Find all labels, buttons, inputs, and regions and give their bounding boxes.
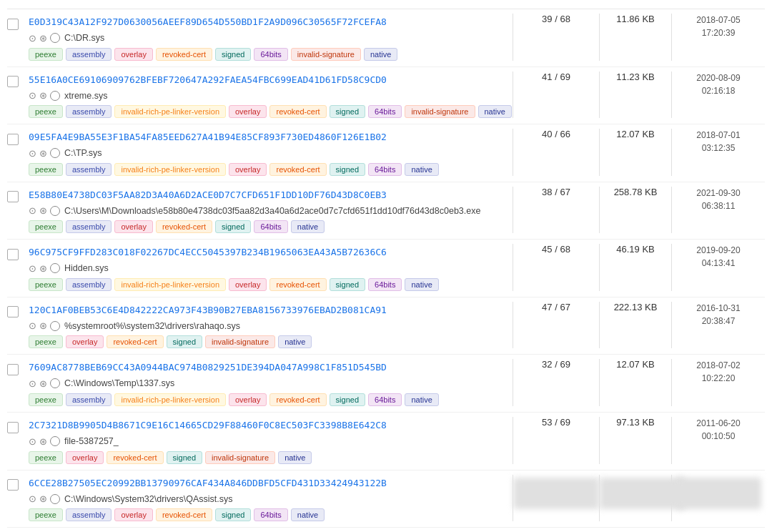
copy-icon[interactable]: ⊙ bbox=[29, 205, 36, 216]
hash-link[interactable]: 6CCE28B27505EC20992BB13790976CAF434A846D… bbox=[29, 478, 387, 488]
status-icon bbox=[50, 378, 60, 388]
tag-invalid-signature: invalid-signature bbox=[291, 48, 361, 61]
tag-assembly: assembly bbox=[66, 163, 112, 176]
blurred-size bbox=[600, 478, 686, 509]
tag-overlay: overlay bbox=[114, 220, 152, 233]
tag-overlay: overlay bbox=[114, 508, 152, 521]
size-value: 12.07 KB bbox=[600, 359, 671, 406]
row-checkbox[interactable] bbox=[7, 364, 19, 375]
tag-invalid-rich-pe-linker-version: invalid-rich-pe-linker-version bbox=[114, 105, 226, 118]
detections-value: 45 / 68 bbox=[513, 244, 599, 291]
filename: file-5387257_ bbox=[64, 436, 119, 446]
hash-link[interactable]: 96C975CF9FFD283C018F02267DC4ECC5045397B2… bbox=[29, 247, 387, 257]
table-row: 120C1AF0BEB53C6E4D842222CA973F43B90B27EB… bbox=[7, 297, 765, 355]
tag-peexe: peexe bbox=[29, 508, 63, 521]
row-checkbox[interactable] bbox=[7, 306, 19, 317]
tag-peexe: peexe bbox=[29, 163, 63, 176]
size-value: 12.07 KB bbox=[600, 129, 671, 176]
tag-peexe: peexe bbox=[29, 220, 63, 233]
first-seen-value: 2018-07-0103:12:35 bbox=[672, 129, 765, 176]
row-checkbox[interactable] bbox=[7, 19, 19, 30]
tag-overlay: overlay bbox=[229, 278, 267, 291]
link-icon[interactable]: ⊛ bbox=[39, 263, 47, 274]
tag-assembly: assembly bbox=[66, 105, 112, 118]
row-checkbox[interactable] bbox=[7, 479, 19, 491]
tag-revoked-cert: revoked-cert bbox=[156, 220, 212, 233]
table-row: E58B80E4738DC03F5AA82D3A40A6D2ACE0D7C7CF… bbox=[7, 182, 765, 240]
table-row: 09E5FA4E9BA55E3F1BA54FA85EED627A41B94E85… bbox=[7, 124, 765, 182]
size-value bbox=[600, 475, 671, 522]
tag-overlay: overlay bbox=[66, 451, 104, 464]
detections-value: 40 / 66 bbox=[513, 129, 599, 176]
row-checkbox[interactable] bbox=[7, 422, 19, 433]
tag-revoked-cert: revoked-cert bbox=[156, 48, 212, 61]
link-icon[interactable]: ⊛ bbox=[39, 493, 47, 504]
status-icon bbox=[50, 321, 60, 331]
status-icon bbox=[50, 263, 60, 273]
row-checkbox[interactable] bbox=[7, 249, 19, 260]
size-value: 46.19 KB bbox=[600, 244, 671, 291]
tag-peexe: peexe bbox=[29, 48, 63, 61]
link-icon[interactable]: ⊛ bbox=[39, 320, 47, 331]
copy-icon[interactable]: ⊙ bbox=[29, 436, 36, 447]
first-seen-value: 2018-07-0517:20:39 bbox=[672, 14, 765, 61]
tag-64bits: 64bits bbox=[254, 508, 287, 521]
size-value: 11.23 KB bbox=[600, 72, 671, 119]
tag-signed: signed bbox=[330, 278, 365, 291]
status-icon bbox=[50, 206, 60, 216]
row-checkbox[interactable] bbox=[7, 191, 19, 202]
link-icon[interactable]: ⊛ bbox=[39, 33, 47, 44]
tag-invalid-signature: invalid-signature bbox=[205, 451, 275, 464]
tag-revoked-cert: revoked-cert bbox=[107, 451, 163, 464]
filename: C:\DR.sys bbox=[64, 33, 104, 43]
detections-value: 38 / 67 bbox=[513, 187, 599, 234]
copy-icon[interactable]: ⊙ bbox=[29, 148, 36, 159]
link-icon[interactable]: ⊛ bbox=[39, 148, 47, 159]
copy-icon[interactable]: ⊙ bbox=[29, 90, 36, 101]
hash-link[interactable]: 2C7321D8B9905D4B8671C9E16C14665CD29F8846… bbox=[29, 420, 387, 430]
tag-invalid-signature: invalid-signature bbox=[405, 105, 475, 118]
tag-signed: signed bbox=[167, 451, 202, 464]
row-checkbox[interactable] bbox=[7, 134, 19, 145]
copy-icon[interactable]: ⊙ bbox=[29, 33, 36, 44]
link-icon[interactable]: ⊛ bbox=[39, 378, 47, 389]
link-icon[interactable]: ⊛ bbox=[39, 90, 47, 101]
tag-revoked-cert: revoked-cert bbox=[269, 163, 326, 176]
tag-64bits: 64bits bbox=[254, 48, 287, 61]
tag-signed: signed bbox=[330, 393, 365, 406]
status-icon bbox=[50, 494, 60, 504]
blurred-date bbox=[676, 478, 761, 509]
copy-icon[interactable]: ⊙ bbox=[29, 378, 36, 389]
tag-native: native bbox=[278, 451, 312, 464]
tag-peexe: peexe bbox=[29, 105, 63, 118]
detections-value: 47 / 67 bbox=[513, 302, 599, 349]
first-seen-value bbox=[672, 475, 765, 522]
hash-link[interactable]: E0D319C43A12F927D0630056AEEF89D654D550BD… bbox=[29, 16, 387, 27]
detections-value: 39 / 68 bbox=[513, 14, 599, 61]
size-value: 11.86 KB bbox=[600, 14, 671, 61]
first-seen-value: 2011-06-2000:10:50 bbox=[672, 417, 765, 464]
hash-link[interactable]: 120C1AF0BEB53C6E4D842222CA973F43B90B27EB… bbox=[29, 305, 387, 315]
detections-value: 32 / 69 bbox=[513, 359, 599, 406]
hash-link[interactable]: 7609AC8778BEB69CC43A0944BAC974B0829251DE… bbox=[29, 362, 387, 373]
first-seen-value: 2020-08-0902:16:18 bbox=[672, 72, 765, 119]
link-icon[interactable]: ⊛ bbox=[39, 205, 47, 216]
row-checkbox[interactable] bbox=[7, 76, 19, 87]
first-seen-value: 2021-09-3006:38:11 bbox=[672, 187, 765, 234]
copy-icon[interactable]: ⊙ bbox=[29, 263, 36, 274]
tag-signed: signed bbox=[330, 163, 365, 176]
status-icon bbox=[50, 33, 60, 43]
hash-link[interactable]: 09E5FA4E9BA55E3F1BA54FA85EED627A41B94E85… bbox=[29, 132, 387, 142]
copy-icon[interactable]: ⊙ bbox=[29, 320, 36, 331]
hash-link[interactable]: E58B80E4738DC03F5AA82D3A40A6D2ACE0D7C7CF… bbox=[29, 189, 387, 200]
link-icon[interactable]: ⊛ bbox=[39, 436, 47, 447]
detections-value: 53 / 69 bbox=[513, 417, 599, 464]
tag-native: native bbox=[291, 508, 325, 521]
hash-link[interactable]: 55E16A0CE69106909762BFEBF720647A292FAEA5… bbox=[29, 74, 387, 85]
tag-64bits: 64bits bbox=[368, 163, 402, 176]
table-row: 96C975CF9FFD283C018F02267DC4ECC5045397B2… bbox=[7, 240, 765, 297]
copy-icon[interactable]: ⊙ bbox=[29, 493, 36, 504]
filename: C:\Windows\Temp\1337.sys bbox=[64, 378, 174, 388]
table-row: E0D319C43A12F927D0630056AEEF89D654D550BD… bbox=[7, 9, 765, 67]
tag-overlay: overlay bbox=[66, 335, 104, 348]
